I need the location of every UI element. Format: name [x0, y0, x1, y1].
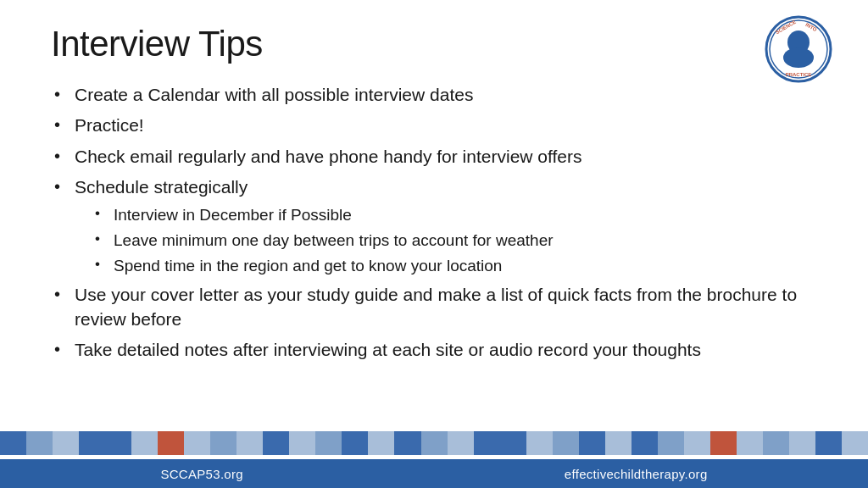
color-block — [815, 431, 842, 455]
footer-bar: SCCAP53.org effectivechildtherapy.org — [0, 459, 868, 488]
sub-list-item: Leave minimum one day between trips to a… — [92, 230, 817, 252]
sub-list: Interview in December if Possible Leave … — [92, 204, 817, 276]
color-block — [105, 431, 131, 455]
color-block — [684, 431, 710, 455]
color-strip — [0, 427, 868, 459]
color-block — [184, 431, 210, 455]
color-block — [789, 431, 815, 455]
color-blocks — [0, 431, 868, 455]
color-block — [26, 431, 53, 455]
list-item: Take detailed notes after interviewing a… — [51, 338, 817, 362]
list-item: Check email regularly and have phone han… — [51, 145, 817, 169]
color-block — [579, 431, 605, 455]
list-item: Create a Calendar with all possible inte… — [51, 83, 817, 107]
sub-list-item: Interview in December if Possible — [92, 204, 817, 226]
color-block — [737, 431, 763, 455]
color-block — [710, 431, 737, 455]
footer-left: SCCAP53.org — [160, 467, 243, 481]
list-item-schedule: Schedule strategically Interview in Dece… — [51, 175, 817, 276]
color-block — [658, 431, 684, 455]
color-block — [526, 431, 553, 455]
color-block — [263, 431, 289, 455]
color-block — [474, 431, 500, 455]
color-block — [842, 431, 868, 455]
color-block — [763, 431, 789, 455]
svg-point-3 — [783, 47, 814, 68]
color-block — [553, 431, 579, 455]
color-block — [315, 431, 342, 455]
color-block — [79, 431, 105, 455]
bullet-list: Create a Calendar with all possible inte… — [51, 83, 817, 362]
slide: Interview Tips SCIENCE INTO PRACTICE — [0, 0, 868, 488]
color-block — [605, 431, 632, 455]
logo: SCIENCE INTO PRACTICE — [765, 15, 834, 85]
color-block — [394, 431, 420, 455]
color-block — [236, 431, 263, 455]
color-block — [210, 431, 236, 455]
color-block — [158, 431, 184, 455]
color-block — [500, 431, 526, 455]
footer-right: effectivechildtherapy.org — [565, 467, 708, 481]
main-content: Interview Tips SCIENCE INTO PRACTICE — [0, 0, 868, 427]
sub-list-item: Spend time in the region and get to know… — [92, 255, 817, 277]
color-block — [342, 431, 368, 455]
color-block — [421, 431, 448, 455]
color-block — [289, 431, 315, 455]
list-item: Use your cover letter as your study guid… — [51, 283, 817, 331]
color-block — [53, 431, 79, 455]
list-item: Practice! — [51, 114, 817, 137]
color-block — [448, 431, 474, 455]
color-block — [0, 431, 26, 455]
svg-text:PRACTICE: PRACTICE — [786, 72, 812, 77]
color-block — [368, 431, 394, 455]
color-block — [131, 431, 158, 455]
color-block — [632, 431, 658, 455]
page-title: Interview Tips — [51, 24, 817, 64]
